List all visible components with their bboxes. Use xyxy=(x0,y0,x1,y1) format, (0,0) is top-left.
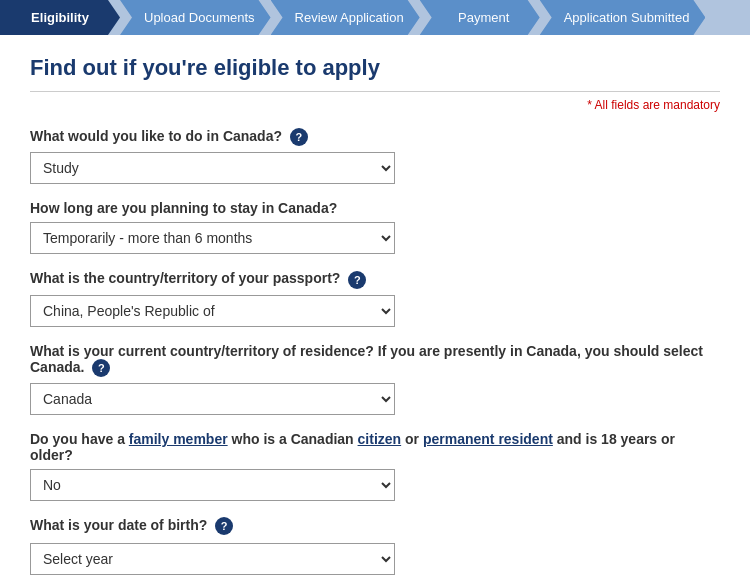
q3-label: What is the country/territory of your pa… xyxy=(30,270,720,288)
q1-section: What would you like to do in Canada? ? S… xyxy=(30,128,720,184)
q5-section: Do you have a family member who is a Can… xyxy=(30,431,720,501)
q4-section: What is your current country/territory o… xyxy=(30,343,720,415)
progress-step-review[interactable]: Review Application xyxy=(271,0,420,35)
q1-help-icon[interactable]: ? xyxy=(290,128,308,146)
progress-step-submitted[interactable]: Application Submitted xyxy=(540,0,706,35)
family-member-link[interactable]: family member xyxy=(129,431,228,447)
q1-select[interactable]: Study xyxy=(30,152,395,184)
progress-step-eligibility[interactable]: Eligibility xyxy=(0,0,120,35)
mandatory-note: * All fields are mandatory xyxy=(30,98,720,112)
dob-year-select[interactable]: Select year xyxy=(30,543,395,575)
main-container: Find out if you're eligible to apply * A… xyxy=(0,35,750,579)
permanent-resident-link[interactable]: permanent resident xyxy=(423,431,553,447)
dob-selects: Select year Select month Select day xyxy=(30,543,720,579)
q1-label: What would you like to do in Canada? ? xyxy=(30,128,720,146)
q2-select[interactable]: Temporarily - more than 6 months xyxy=(30,222,395,254)
q4-help-icon[interactable]: ? xyxy=(92,359,110,377)
progress-step-upload[interactable]: Upload Documents xyxy=(120,0,271,35)
q2-section: How long are you planning to stay in Can… xyxy=(30,200,720,254)
q2-label: How long are you planning to stay in Can… xyxy=(30,200,720,216)
q3-select[interactable]: China, People's Republic of xyxy=(30,295,395,327)
dob-section: What is your date of birth? ? Select yea… xyxy=(30,517,720,579)
q4-label: What is your current country/territory o… xyxy=(30,343,720,377)
q5-label: Do you have a family member who is a Can… xyxy=(30,431,720,463)
q3-section: What is the country/territory of your pa… xyxy=(30,270,720,326)
q5-select[interactable]: No xyxy=(30,469,395,501)
citizen-link[interactable]: citizen xyxy=(358,431,402,447)
q3-help-icon[interactable]: ? xyxy=(348,271,366,289)
dob-help-icon[interactable]: ? xyxy=(215,517,233,535)
dob-label: What is your date of birth? ? xyxy=(30,517,720,535)
progress-step-payment[interactable]: Payment xyxy=(420,0,540,35)
page-title: Find out if you're eligible to apply xyxy=(30,55,720,92)
q4-select[interactable]: Canada xyxy=(30,383,395,415)
progress-bar: Eligibility Upload Documents Review Appl… xyxy=(0,0,750,35)
